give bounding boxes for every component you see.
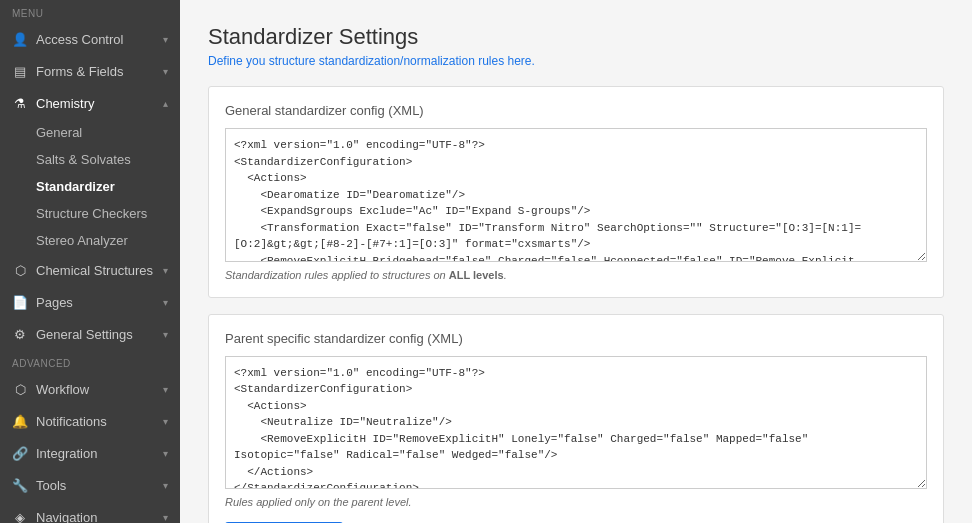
- page-title: Standardizer Settings: [208, 24, 944, 50]
- sidebar-item-navigation[interactable]: ◈ Navigation ▾: [0, 501, 180, 523]
- chevron-down-icon: ▾: [163, 297, 168, 308]
- sidebar-item-integration[interactable]: 🔗 Integration ▾: [0, 437, 180, 469]
- chevron-down-icon: ▾: [163, 480, 168, 491]
- chevron-down-icon: ▾: [163, 66, 168, 77]
- sidebar-item-chemical-structures[interactable]: ⬡ Chemical Structures ▾: [0, 254, 180, 286]
- sidebar-sub-stereo-analyzer[interactable]: Stereo Analyzer: [0, 227, 180, 254]
- chevron-down-icon: ▾: [163, 448, 168, 459]
- person-icon: 👤: [12, 31, 28, 47]
- sidebar-item-pages[interactable]: 📄 Pages ▾: [0, 286, 180, 318]
- sidebar-label-pages: Pages: [36, 295, 73, 310]
- chevron-down-icon: ▾: [163, 512, 168, 523]
- general-config-note: Standardization rules applied to structu…: [225, 269, 927, 281]
- sidebar-label-forms-fields: Forms & Fields: [36, 64, 123, 79]
- menu-section-label: MENU: [0, 0, 180, 23]
- parent-config-xml[interactable]: [225, 356, 927, 490]
- general-config-xml[interactable]: [225, 128, 927, 262]
- sidebar-item-workflow[interactable]: ⬡ Workflow ▾: [0, 373, 180, 405]
- chevron-down-icon: ▾: [163, 416, 168, 427]
- sidebar-label-general-settings: General Settings: [36, 327, 133, 342]
- forms-icon: ▤: [12, 63, 28, 79]
- sidebar-label-workflow: Workflow: [36, 382, 89, 397]
- parent-config-note: Rules applied only on the parent level.: [225, 496, 927, 508]
- tools-icon: 🔧: [12, 477, 28, 493]
- chemical-structures-icon: ⬡: [12, 262, 28, 278]
- sidebar: MENU 👤 Access Control ▾ ▤ Forms & Fields…: [0, 0, 180, 523]
- sidebar-item-forms-fields[interactable]: ▤ Forms & Fields ▾: [0, 55, 180, 87]
- main-content: Standardizer Settings Define you structu…: [180, 0, 972, 523]
- sidebar-label-access-control: Access Control: [36, 32, 123, 47]
- sidebar-item-notifications[interactable]: 🔔 Notifications ▾: [0, 405, 180, 437]
- notifications-icon: 🔔: [12, 413, 28, 429]
- chemistry-icon: ⚗: [12, 95, 28, 111]
- sidebar-sub-salts-solvates[interactable]: Salts & Solvates: [0, 146, 180, 173]
- settings-icon: ⚙: [12, 326, 28, 342]
- chevron-up-icon: ▴: [163, 98, 168, 109]
- general-config-card: General standardizer config (XML) Standa…: [208, 86, 944, 298]
- page-subtitle: Define you structure standardization/nor…: [208, 54, 944, 68]
- integration-icon: 🔗: [12, 445, 28, 461]
- parent-config-card: Parent specific standardizer config (XML…: [208, 314, 944, 524]
- workflow-icon: ⬡: [12, 381, 28, 397]
- sidebar-label-notifications: Notifications: [36, 414, 107, 429]
- parent-config-title: Parent specific standardizer config (XML…: [225, 331, 927, 346]
- sidebar-sub-general[interactable]: General: [0, 119, 180, 146]
- sidebar-label-chemistry: Chemistry: [36, 96, 95, 111]
- sidebar-label-integration: Integration: [36, 446, 97, 461]
- advanced-section-label: ADVANCED: [0, 350, 180, 373]
- general-config-title: General standardizer config (XML): [225, 103, 927, 118]
- sidebar-item-access-control[interactable]: 👤 Access Control ▾: [0, 23, 180, 55]
- sidebar-label-chemical-structures: Chemical Structures: [36, 263, 153, 278]
- chevron-down-icon: ▾: [163, 329, 168, 340]
- chevron-down-icon: ▾: [163, 384, 168, 395]
- sidebar-sub-standardizer[interactable]: Standardizer: [0, 173, 180, 200]
- chevron-down-icon: ▾: [163, 265, 168, 276]
- sidebar-item-general-settings[interactable]: ⚙ General Settings ▾: [0, 318, 180, 350]
- sidebar-item-chemistry[interactable]: ⚗ Chemistry ▴: [0, 87, 180, 119]
- sidebar-sub-structure-checkers[interactable]: Structure Checkers: [0, 200, 180, 227]
- navigation-icon: ◈: [12, 509, 28, 523]
- sidebar-label-tools: Tools: [36, 478, 66, 493]
- chevron-down-icon: ▾: [163, 34, 168, 45]
- sidebar-label-navigation: Navigation: [36, 510, 97, 524]
- sidebar-item-tools[interactable]: 🔧 Tools ▾: [0, 469, 180, 501]
- pages-icon: 📄: [12, 294, 28, 310]
